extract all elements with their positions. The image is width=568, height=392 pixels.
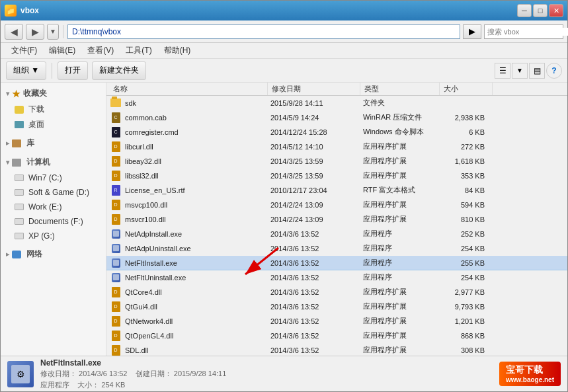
- menu-bar: 文件(F) 编辑(E) 查看(V) 工具(T) 帮助(H): [1, 43, 567, 59]
- file-type-cell: 应用程序扩展: [360, 214, 440, 224]
- file-size-cell: 9,793 KB: [440, 303, 493, 311]
- new-folder-button[interactable]: 新建文件夹: [92, 61, 146, 80]
- table-row[interactable]: D QtOpenGL4.dll 2014/3/6 13:52 应用程序扩展 86…: [106, 329, 567, 343]
- file-date-cell: 2014/5/9 14:24: [268, 114, 360, 122]
- table-row[interactable]: D msvcr100.dll 2014/2/24 13:09 应用程序扩展 81…: [106, 212, 567, 227]
- table-row[interactable]: D QtGui4.dll 2014/3/6 13:52 应用程序扩展 9,793…: [106, 299, 567, 314]
- close-button[interactable]: ✕: [549, 4, 563, 17]
- col-header-date[interactable]: 修改日期: [268, 83, 360, 95]
- status-file-name: NetFltInstall.exe: [40, 358, 226, 368]
- table-row[interactable]: NetAdpUninstall.exe 2014/3/6 13:52 应用程序 …: [106, 241, 567, 256]
- file-name-cell: QtGui4.dll: [122, 303, 268, 311]
- desktop-label: 桌面: [28, 119, 44, 130]
- menu-view[interactable]: 查看(V): [82, 44, 119, 58]
- win7-label: Win7 (C:): [28, 173, 62, 182]
- file-date-cell: 2014/2/24 13:09: [268, 201, 360, 209]
- new-folder-label: 新建文件夹: [99, 65, 139, 76]
- file-date-cell: 2014/3/6 13:52: [268, 259, 360, 267]
- sidebar-item-xp[interactable]: XP (G:): [1, 229, 106, 243]
- table-row[interactable]: NetAdpInstall.exe 2014/3/6 13:52 应用程序 25…: [106, 227, 567, 241]
- file-name-cell: libssl32.dll: [122, 172, 268, 180]
- libraries-section: ▸ 库: [1, 135, 106, 151]
- forward-button[interactable]: ▶: [26, 24, 44, 40]
- network-header[interactable]: ▸ 网络: [1, 246, 106, 262]
- col-header-name[interactable]: 名称: [109, 83, 268, 95]
- open-button[interactable]: 打开: [58, 61, 88, 80]
- file-icon: D: [109, 286, 122, 299]
- table-row[interactable]: C common.cab 2014/5/9 14:24 WinRAR 压缩文件 …: [106, 110, 567, 125]
- file-type-cell: WinRAR 压缩文件: [360, 112, 440, 122]
- maximize-button[interactable]: □: [533, 4, 548, 17]
- libraries-header[interactable]: ▸ 库: [1, 135, 106, 151]
- network-icon: [12, 251, 21, 258]
- computer-header[interactable]: ▾ 计算机: [1, 154, 106, 171]
- table-row[interactable]: sdk 2015/9/28 14:11 文件夹: [106, 96, 567, 110]
- view-buttons: ☰ ▼ ▤ ?: [495, 63, 562, 79]
- file-type-cell: Windows 命令脚本: [360, 127, 440, 137]
- view-list-button[interactable]: ☰: [495, 63, 510, 79]
- xp-drive-icon: [14, 231, 24, 241]
- title-bar-buttons: ─ □ ✕: [517, 4, 563, 17]
- table-row[interactable]: D libeay32.dll 2014/3/25 13:59 应用程序扩展 1,…: [106, 154, 567, 169]
- view-pane-button[interactable]: ▤: [529, 63, 545, 79]
- search-input[interactable]: [485, 28, 568, 36]
- organize-button[interactable]: 组织 ▼: [6, 61, 46, 80]
- sidebar-item-softgame[interactable]: Soft & Game (D:): [1, 185, 106, 200]
- file-type-cell: 应用程序: [360, 243, 440, 253]
- sidebar-item-documents[interactable]: Documents (F:): [1, 214, 106, 229]
- view-dropdown-button[interactable]: ▼: [512, 63, 528, 79]
- sidebar-item-work[interactable]: Work (E:): [1, 200, 106, 214]
- table-row[interactable]: D libssl32.dll 2014/3/25 13:59 应用程序扩展 35…: [106, 169, 567, 183]
- go-button[interactable]: ▶: [463, 24, 481, 39]
- menu-help[interactable]: 帮助(H): [159, 44, 196, 58]
- file-date-cell: 2014/3/25 13:59: [268, 157, 360, 165]
- file-size-cell: 2,938 KB: [440, 114, 493, 122]
- table-row[interactable]: D QtNetwork4.dll 2014/3/6 13:52 应用程序扩展 1…: [106, 314, 567, 329]
- help-button[interactable]: ?: [546, 63, 562, 79]
- network-section: ▸ 网络: [1, 246, 106, 262]
- address-input[interactable]: [67, 24, 460, 39]
- minimize-button[interactable]: ─: [517, 4, 532, 17]
- work-drive-icon: [14, 202, 24, 212]
- table-row[interactable]: D SDL.dll 2014/3/6 13:52 应用程序扩展 308 KB: [106, 343, 567, 356]
- table-row[interactable]: C comregister.cmd 2014/12/24 15:28 Windo…: [106, 125, 567, 139]
- sidebar-item-downloads[interactable]: 下载: [1, 102, 106, 117]
- file-type-cell: 应用程序扩展: [360, 345, 440, 355]
- file-icon: D: [109, 140, 122, 153]
- file-icon: C: [109, 111, 122, 124]
- file-size-cell: 2,977 KB: [440, 288, 493, 296]
- file-size-cell: 594 KB: [440, 201, 493, 209]
- table-row[interactable]: R License_en_US.rtf 2010/12/17 23:04 RTF…: [106, 183, 567, 198]
- title-bar-title: vbox: [20, 6, 39, 15]
- computer-label: 计算机: [26, 157, 50, 168]
- toolbar: 组织 ▼ 打开 新建文件夹 ☰ ▼ ▤ ?: [1, 59, 567, 83]
- menu-edit[interactable]: 编辑(E): [44, 44, 81, 58]
- favorites-label: 收藏夹: [23, 88, 47, 99]
- back-button[interactable]: ◀: [5, 24, 23, 40]
- file-size-cell: 255 KB: [440, 259, 493, 267]
- network-label: 网络: [26, 249, 42, 260]
- favorites-header[interactable]: ▾ ★ 收藏夹: [1, 85, 106, 102]
- file-date-cell: 2014/3/6 13:52: [268, 245, 360, 253]
- sidebar-item-win7[interactable]: Win7 (C:): [1, 171, 106, 185]
- menu-tools[interactable]: 工具(T): [120, 44, 157, 58]
- softgame-drive-icon: [14, 187, 24, 198]
- table-row[interactable]: D libcurl.dll 2014/5/12 14:10 应用程序扩展 272…: [106, 139, 567, 154]
- computer-icon: [12, 159, 21, 167]
- file-name-cell: NetFltInstall.exe: [122, 259, 268, 267]
- menu-file[interactable]: 文件(F): [6, 44, 42, 58]
- col-header-type[interactable]: 类型: [360, 83, 440, 95]
- table-row[interactable]: NetFltUninstall.exe 2014/3/6 13:52 应用程序 …: [106, 270, 567, 285]
- xp-label: XP (G:): [28, 231, 55, 241]
- table-row[interactable]: D msvcp100.dll 2014/2/24 13:09 应用程序扩展 59…: [106, 198, 567, 212]
- col-header-size[interactable]: 大小: [440, 83, 493, 95]
- file-date-cell: 2014/3/6 13:52: [268, 230, 360, 238]
- file-date-cell: 2014/12/24 15:28: [268, 128, 360, 136]
- file-size-cell: 1,618 KB: [440, 157, 493, 165]
- recent-button[interactable]: ▼: [47, 24, 59, 40]
- softgame-label: Soft & Game (D:): [28, 188, 89, 197]
- table-row[interactable]: D QtCore4.dll 2014/3/6 13:52 应用程序扩展 2,97…: [106, 285, 567, 299]
- table-row[interactable]: NetFltInstall.exe 2014/3/6 13:52 应用程序 25…: [106, 256, 567, 270]
- sidebar-item-desktop[interactable]: 桌面: [1, 117, 106, 132]
- libraries-label: 库: [26, 137, 34, 149]
